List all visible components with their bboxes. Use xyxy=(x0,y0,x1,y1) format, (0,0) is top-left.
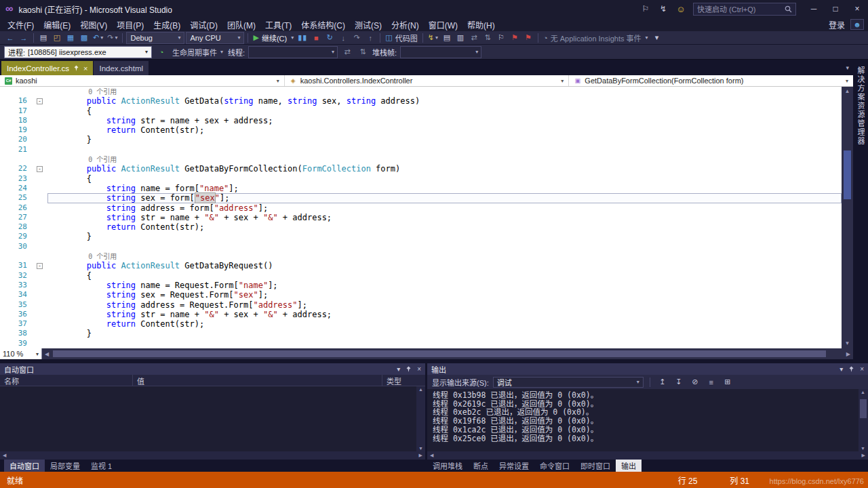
code-text[interactable]: { xyxy=(47,271,842,281)
fold-collapse-control[interactable]: - xyxy=(31,96,47,106)
autos-column-header[interactable]: 值 xyxy=(133,375,382,386)
diagnostic-tools-icon[interactable]: ↯▾ xyxy=(427,32,439,44)
scrollbar-thumb[interactable] xyxy=(860,399,867,418)
minimize-button[interactable]: ─ xyxy=(803,0,825,18)
editor-vertical-scrollbar[interactable]: ▲ ▼ xyxy=(842,87,853,348)
editor-horizontal-scrollbar[interactable]: ◀ ▶ xyxy=(42,348,853,359)
application-insights-button[interactable]: ◔无 Application Insights 事件▾ xyxy=(542,32,650,44)
close-button[interactable]: × xyxy=(846,0,868,18)
code-text[interactable]: } xyxy=(47,232,842,241)
collapse-minus-icon[interactable]: - xyxy=(37,263,43,269)
collapse-minus-icon[interactable]: - xyxy=(37,166,43,172)
fold-collapse-control[interactable]: - xyxy=(31,261,47,270)
stop-debugging-icon[interactable]: ■ xyxy=(310,32,322,44)
scroll-down-icon[interactable]: ▼ xyxy=(842,340,853,348)
code-text[interactable]: } xyxy=(47,329,842,338)
code-text[interactable]: string name = Request.Form["name"]; xyxy=(47,281,842,290)
process-dropdown[interactable]: 进程: [108856] iisexpress.exe ▾ xyxy=(4,46,152,58)
menu-item[interactable]: 体系结构(C) xyxy=(296,18,350,31)
code-text[interactable]: string name = form["name"]; xyxy=(47,184,842,193)
code-text[interactable]: string str = name + "&" + sex + "&" + ad… xyxy=(47,213,842,222)
toggle-output-icon[interactable]: ⊞ xyxy=(722,376,734,388)
menu-item[interactable]: 团队(M) xyxy=(222,18,260,31)
tool-tab[interactable]: 自动窗口 xyxy=(4,460,45,472)
scroll-left-icon[interactable]: ◀ xyxy=(45,348,49,359)
restart-icon[interactable]: ↻ xyxy=(323,32,336,44)
menu-item[interactable]: 分析(N) xyxy=(387,18,424,31)
code-editor[interactable]: 0 个引用16- public ActionResult GetData(str… xyxy=(0,87,853,348)
word-wrap-icon[interactable]: ≡ xyxy=(705,376,717,388)
code-text[interactable]: public ActionResult GetData(string name,… xyxy=(47,96,842,106)
quick-launch-search[interactable]: 快速启动 (Ctrl+Q) xyxy=(693,3,796,16)
type-dropdown[interactable]: ◈ kaoshi.Controllers.IndexController ▾ xyxy=(285,75,570,86)
code-text[interactable]: string str = name + sex + address; xyxy=(47,116,842,125)
scroll-up-icon[interactable]: ▲ xyxy=(418,387,423,392)
autos-horizontal-scrollbar[interactable]: ◀ ▶ xyxy=(0,451,425,460)
code-text[interactable]: 0 个引用 xyxy=(47,87,842,96)
menu-item[interactable]: 项目(P) xyxy=(112,18,149,31)
scroll-down-icon[interactable]: ▼ xyxy=(418,446,423,451)
code-text[interactable]: string address = form["address"]; xyxy=(47,203,842,213)
output-source-dropdown[interactable]: 调试 ▾ xyxy=(493,377,644,388)
stack-frame-dropdown[interactable]: ▾ xyxy=(400,46,481,58)
continue-button[interactable]: ▶继续(C)▾ xyxy=(252,32,295,44)
code-text[interactable]: 0 个引用 xyxy=(47,155,842,164)
code-text[interactable]: } xyxy=(47,135,842,144)
autos-column-header[interactable]: 类型 xyxy=(382,375,425,386)
menu-item[interactable]: 工具(T) xyxy=(260,18,296,31)
step-out-icon[interactable]: ↑ xyxy=(364,32,376,44)
menu-item[interactable]: 文件(F) xyxy=(3,18,39,31)
close-panel-icon[interactable]: × xyxy=(417,365,421,373)
open-file-icon[interactable]: ◰ xyxy=(51,32,63,44)
zoom-dropdown[interactable]: 110 % ▾ xyxy=(0,348,42,359)
code-text[interactable]: return Content(str); xyxy=(47,222,842,232)
thread-dropdown[interactable]: ▾ xyxy=(248,46,338,58)
member-dropdown[interactable]: ▣ GetDataByFormCollection(FormCollection… xyxy=(569,75,853,86)
window-position-icon[interactable]: ▾ xyxy=(397,365,400,373)
menu-item[interactable]: 测试(S) xyxy=(350,18,387,31)
scroll-up-icon[interactable]: ▲ xyxy=(861,390,865,394)
code-text[interactable] xyxy=(47,339,842,348)
previous-message-icon[interactable]: ↥ xyxy=(656,376,669,388)
user-avatar-icon[interactable]: ☻ xyxy=(850,19,864,30)
tool-tab[interactable]: 局部变量 xyxy=(45,460,85,472)
toolbar-overflow-icon[interactable]: ▾ xyxy=(651,32,663,44)
solution-configuration-dropdown[interactable]: Debug▾ xyxy=(126,32,184,44)
doc-tab[interactable]: Index.cshtml xyxy=(94,61,149,75)
code-text[interactable]: 0 个引用 xyxy=(47,251,842,261)
code-text[interactable]: { xyxy=(47,106,842,116)
code-text[interactable]: return Content(str); xyxy=(47,125,842,135)
tool-tab[interactable]: 输出 xyxy=(616,460,642,472)
project-dropdown[interactable]: C# kaoshi ▾ xyxy=(0,75,285,86)
send-a-smile-icon[interactable]: ☺ xyxy=(675,4,686,14)
pin-icon[interactable] xyxy=(848,366,854,373)
break-all-icon[interactable]: ▮▮ xyxy=(296,32,309,44)
tool-tab[interactable]: 异常设置 xyxy=(494,460,534,472)
tool-tab[interactable]: 调用堆栈 xyxy=(427,460,468,472)
code-text[interactable]: string sex = form["sex"]; xyxy=(47,193,842,203)
next-thread-icon[interactable]: ⇅ xyxy=(357,46,369,58)
clear-all-icon[interactable]: ⊘ xyxy=(689,376,701,388)
collapse-minus-icon[interactable]: - xyxy=(37,98,43,104)
code-text[interactable] xyxy=(47,242,842,251)
scroll-left-icon[interactable]: ◀ xyxy=(3,453,6,458)
step-over-icon[interactable]: ↷ xyxy=(351,32,363,44)
output-horizontal-scrollbar[interactable]: ◀ ▶ xyxy=(427,451,868,460)
document-compare-icon[interactable]: ▥ xyxy=(454,32,467,44)
save-icon[interactable]: ▦ xyxy=(64,32,77,44)
close-panel-icon[interactable]: × xyxy=(860,365,864,373)
save-all-icon[interactable]: ▩ xyxy=(78,32,90,44)
scrollbar-thumb[interactable] xyxy=(53,350,826,357)
scroll-up-icon[interactable]: ▲ xyxy=(842,87,853,96)
code-text[interactable]: string sex = Request.Form["sex"]; xyxy=(47,290,842,300)
output-vertical-scrollbar[interactable]: ▲ ▼ xyxy=(859,389,868,451)
code-text[interactable]: public ActionResult GetDataByRequest() xyxy=(47,261,842,270)
tool-tab[interactable]: 监视 1 xyxy=(85,460,117,472)
swap-threads-icon[interactable]: ⇄ xyxy=(468,32,480,44)
sort-threads-icon[interactable]: ⇅ xyxy=(481,32,494,44)
output-title-bar[interactable]: 输出 ▾ × xyxy=(427,363,868,375)
menu-item[interactable]: 窗口(W) xyxy=(424,18,462,31)
notifications-flag-icon[interactable]: ⚐ xyxy=(640,4,651,14)
scroll-right-icon[interactable]: ▶ xyxy=(862,453,865,458)
scroll-down-icon[interactable]: ▼ xyxy=(861,446,865,451)
